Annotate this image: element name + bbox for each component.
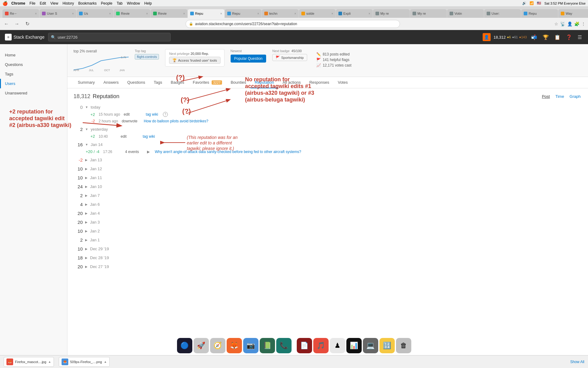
tab-9[interactable]: solde × — [299, 9, 336, 18]
sidebar-item-home[interactable]: Home — [0, 50, 67, 60]
se-logo[interactable]: ≡ Stack Exchange — [5, 34, 44, 40]
tab-close-9[interactable]: × — [331, 12, 333, 15]
menu-help[interactable]: Help — [144, 1, 152, 6]
tab-1[interactable]: Re← × — [2, 9, 39, 18]
tab-4[interactable]: Revie × — [114, 9, 150, 18]
tab-all-actions[interactable]: All actions — [278, 77, 305, 88]
tab-3[interactable]: Us × — [77, 9, 113, 18]
tab-favorites[interactable]: Favorites 3227 — [189, 77, 227, 88]
back-button[interactable]: ← — [2, 20, 10, 28]
tab-5[interactable]: Revie × — [151, 9, 187, 18]
menu-dots[interactable]: ⋮ — [581, 21, 586, 26]
tab-answers[interactable]: Answers — [99, 77, 123, 88]
menu-view[interactable]: View — [50, 1, 58, 6]
tab-16[interactable]: Way — [558, 9, 588, 18]
tab-10[interactable]: Expli × — [336, 9, 373, 18]
reload-button[interactable]: ↻ — [23, 20, 31, 28]
tab-close-4[interactable]: × — [146, 12, 148, 15]
menu-history[interactable]: History — [62, 1, 74, 6]
tab-close-10[interactable]: × — [368, 12, 370, 15]
dock-calculator[interactable]: 🔢 — [379, 338, 395, 353]
tab-close-6[interactable]: × — [220, 12, 222, 15]
collapse-dec28[interactable]: ▶ — [85, 256, 88, 259]
collapse-jan3[interactable]: ▶ — [85, 220, 88, 224]
tab-tags[interactable]: Tags — [149, 77, 166, 88]
collapse-jan7[interactable]: ▶ — [85, 194, 88, 197]
download-chevron-2[interactable]: ▲ — [104, 360, 107, 363]
dock-acrobat[interactable]: 📄 — [297, 338, 312, 353]
tab-close-1[interactable]: × — [35, 12, 37, 15]
tab-responses[interactable]: Responses — [305, 77, 334, 88]
collapse-jan11[interactable]: ▶ — [85, 176, 88, 179]
collapse-today[interactable]: ▼ — [85, 105, 88, 109]
tab-questions[interactable]: Questions — [123, 77, 149, 88]
collapse-jan14[interactable]: ▼ — [85, 143, 88, 146]
show-all-button[interactable]: Show All — [570, 360, 584, 364]
tab-badges[interactable]: Badges — [167, 77, 189, 88]
download-chevron-1[interactable]: ▲ — [48, 360, 51, 363]
dock-phone[interactable]: 📞 — [276, 338, 292, 353]
dock-launchpad[interactable]: 🚀 — [194, 338, 209, 353]
access-trusted-user-btn[interactable]: 🏆 Access 'trusted user' tools — [169, 57, 220, 64]
tab-close-3[interactable]: × — [109, 12, 111, 15]
achievements-icon[interactable]: 🏆 — [541, 33, 550, 41]
tab-close-5[interactable]: × — [183, 12, 185, 15]
sidebar-item-questions[interactable]: Questions — [0, 60, 67, 69]
tab-12[interactable]: My re — [410, 9, 447, 18]
tab-7[interactable]: Repu × — [225, 9, 262, 18]
collapse-dec27[interactable]: ▶ — [85, 265, 88, 268]
tab-6[interactable]: Repu × — [188, 9, 224, 18]
tab-close-8[interactable]: × — [294, 12, 296, 15]
view-graph[interactable]: Graph — [568, 94, 582, 99]
tab-close-7[interactable]: × — [257, 12, 259, 15]
expand-icon-jan14[interactable]: ▶ — [147, 150, 150, 154]
collapse-yesterday[interactable]: ▼ — [85, 128, 88, 131]
apple-menu[interactable]: 🍎 — [2, 1, 8, 6]
bookmark-icon[interactable]: ☆ — [554, 21, 558, 26]
collapse-jan10[interactable]: ▶ — [85, 185, 88, 188]
hamburger-icon[interactable]: ☰ — [576, 33, 583, 41]
menu-bookmarks[interactable]: Bookmarks — [78, 1, 97, 6]
user-icon[interactable]: 👤 — [567, 21, 572, 26]
collapse-jan2[interactable]: ▶ — [85, 229, 88, 233]
collapse-jan12[interactable]: ▶ — [85, 167, 88, 171]
tab-bounties[interactable]: Bounties — [226, 77, 251, 88]
tab-reputation[interactable]: Reputation — [251, 77, 278, 88]
collapse-jan13[interactable]: ▶ — [85, 158, 88, 162]
review-icon[interactable]: 📋 — [553, 33, 562, 41]
rep-post-tagwiki-2[interactable]: tag wiki — [143, 134, 155, 139]
dock-photos[interactable]: 📷 — [243, 338, 258, 353]
tab-summary[interactable]: Summary — [74, 77, 99, 88]
dock-safari[interactable]: 🧭 — [210, 338, 225, 353]
menu-file[interactable]: File — [29, 1, 35, 6]
tab-15[interactable]: Repu — [521, 9, 558, 18]
help-icon[interactable]: ❓ — [565, 33, 573, 41]
tab-11[interactable]: My re — [373, 9, 410, 18]
view-time[interactable]: Time — [554, 94, 565, 99]
se-search-box[interactable]: 🔍 — [48, 33, 171, 41]
extension-icon[interactable]: 🧩 — [574, 21, 579, 26]
menu-window[interactable]: Window — [127, 1, 140, 6]
rep-post-balloon[interactable]: How do balloon pilots avoid birdstrikes? — [144, 119, 208, 123]
dock-finder[interactable]: 🔵 — [177, 338, 192, 353]
collapse-jan4[interactable]: ▶ — [85, 212, 88, 215]
dock-activity-monitor[interactable]: 📊 — [346, 338, 362, 353]
view-post[interactable]: Post — [541, 94, 551, 99]
sidebar-item-users[interactable]: Users — [0, 79, 67, 88]
forward-button[interactable]: → — [13, 20, 21, 28]
dock-contacts[interactable]: 📗 — [260, 338, 275, 353]
tab-8[interactable]: techn × — [262, 9, 299, 18]
sidebar-item-tags[interactable]: Tags — [0, 69, 67, 79]
popular-question-btn[interactable]: Popular Question — [231, 55, 266, 63]
dock-firefox[interactable]: 🦊 — [227, 338, 242, 353]
cast-icon[interactable]: 📡 — [560, 21, 565, 26]
dock-music[interactable]: 🎵 — [313, 338, 329, 353]
sportsmanship-btn[interactable]: 🚩 Sportsmanship — [272, 54, 307, 61]
tab-votes[interactable]: Votes — [334, 77, 352, 88]
user-avatar[interactable]: 👤 — [483, 33, 491, 41]
rep-post-tagwiki-1[interactable]: tag wiki — [146, 112, 158, 117]
flight-controls-tag[interactable]: flight-controls — [135, 54, 159, 59]
rep-post-aoa[interactable]: Why aren't angle-of-attack data sanity-c… — [155, 150, 301, 154]
qmark-1[interactable]: ? — [163, 112, 168, 117]
menu-tab[interactable]: Tab — [117, 1, 123, 6]
